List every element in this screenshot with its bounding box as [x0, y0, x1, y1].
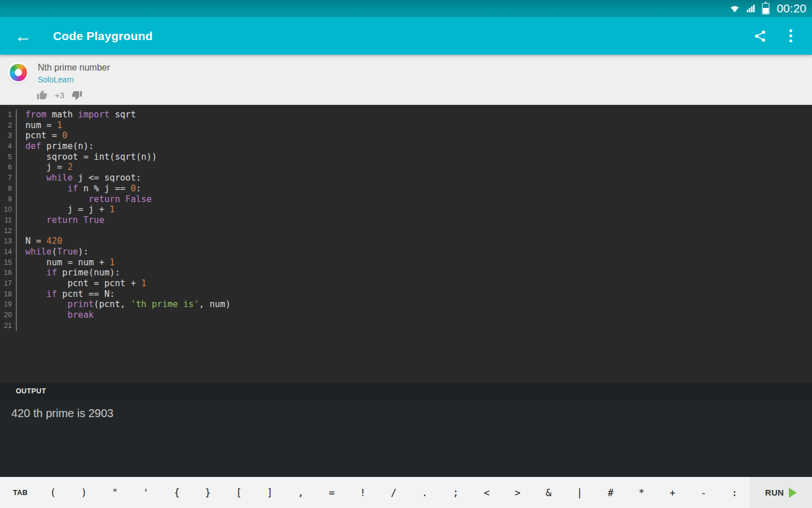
output-text: 420 th prime is 2903 — [11, 407, 812, 420]
key-)[interactable]: ) — [68, 477, 99, 508]
status-bar: 00:20 — [0, 0, 812, 17]
code-line: 4def prime(n): — [0, 141, 812, 152]
overflow-menu-button[interactable] — [779, 25, 802, 47]
code-text: if prime(num): — [17, 268, 120, 278]
screen: 00:20 ← Code Playground Nth prime number… — [0, 0, 812, 508]
upvote-button[interactable] — [37, 90, 47, 100]
run-button[interactable]: RUN — [750, 477, 812, 508]
key-<[interactable]: < — [471, 477, 502, 508]
key-,[interactable]: , — [285, 477, 316, 508]
code-text: pcnt = pcnt + 1 — [17, 278, 147, 289]
code-text: def prime(n): — [17, 141, 94, 152]
code-line: 1from math import sqrt — [0, 110, 812, 120]
code-line: 15 num = num + 1 — [0, 257, 812, 268]
author-link[interactable]: SoloLearn — [38, 75, 110, 84]
thumb-up-icon — [37, 90, 47, 100]
key-tab[interactable]: TAB — [3, 477, 37, 508]
vote-count: +3 — [55, 90, 64, 100]
output-panel: 420 th prime is 2903 — [0, 400, 812, 477]
signal-icon — [745, 3, 757, 14]
back-button[interactable]: ← — [15, 28, 41, 45]
key-"[interactable]: " — [99, 477, 130, 508]
play-icon — [789, 488, 797, 498]
key-;[interactable]: ; — [440, 477, 471, 508]
code-text: num = num + 1 — [17, 257, 115, 268]
code-text: pcnt = 0 — [17, 130, 68, 141]
key-'[interactable]: ' — [130, 477, 161, 508]
code-line: 6 j = 2 — [0, 162, 812, 173]
output-header-bar: OUTPUT — [0, 383, 812, 400]
symbol-key-row: TAB()"'{}[],=!/.;<>&|#*+-: — [0, 477, 750, 508]
line-number: 16 — [0, 268, 17, 278]
code-title: Nth prime number — [38, 63, 110, 73]
code-text: sqroot = int(sqrt(n)) — [17, 152, 157, 163]
code-line: 20 break — [0, 310, 812, 321]
page-title: Code Playground — [53, 29, 749, 43]
run-label: RUN — [765, 488, 784, 497]
code-text: break — [17, 310, 94, 321]
code-line: 9 return False — [0, 194, 812, 205]
key-+[interactable]: + — [657, 477, 688, 508]
key-*[interactable]: * — [626, 477, 657, 508]
line-number: 9 — [0, 194, 17, 205]
line-number: 5 — [0, 152, 17, 163]
wifi-icon — [729, 3, 740, 14]
key-.[interactable]: . — [409, 477, 440, 508]
key-([interactable]: ( — [37, 477, 68, 508]
code-line: 17 pcnt = pcnt + 1 — [0, 278, 812, 289]
code-editor[interactable]: 1from math import sqrt2num = 13pcnt = 04… — [0, 105, 812, 383]
code-line: 21 — [0, 321, 812, 331]
key-#[interactable]: # — [595, 477, 626, 508]
code-text — [17, 226, 25, 237]
line-number: 20 — [0, 310, 17, 321]
line-number: 11 — [0, 215, 17, 226]
downvote-button[interactable] — [72, 90, 82, 100]
line-number: 4 — [0, 141, 17, 152]
code-header: Nth prime number SoloLearn +3 — [0, 55, 812, 105]
key-&[interactable]: & — [533, 477, 564, 508]
code-line: 3pcnt = 0 — [0, 130, 812, 141]
line-number: 17 — [0, 278, 17, 289]
line-number: 7 — [0, 173, 17, 183]
key-][interactable]: ] — [254, 477, 285, 508]
line-number: 19 — [0, 299, 17, 310]
code-text: while j <= sqroot: — [17, 173, 141, 183]
thumb-down-icon — [72, 90, 82, 100]
key-}[interactable]: } — [192, 477, 223, 508]
key-/[interactable]: / — [378, 477, 409, 508]
line-number: 21 — [0, 321, 17, 331]
key--[interactable]: - — [688, 477, 719, 508]
key-{[interactable]: { — [161, 477, 192, 508]
output-label: OUTPUT — [16, 387, 46, 395]
code-line: 2num = 1 — [0, 120, 812, 131]
share-icon — [753, 29, 767, 43]
share-button[interactable] — [749, 25, 771, 47]
code-text: return False — [17, 194, 152, 205]
code-line: 11 return True — [0, 215, 812, 226]
key-[[interactable]: [ — [223, 477, 254, 508]
line-number: 6 — [0, 162, 17, 173]
key->[interactable]: > — [502, 477, 533, 508]
code-line: 5 sqroot = int(sqrt(n)) — [0, 152, 812, 163]
key-:[interactable]: : — [719, 477, 750, 508]
appbar-actions — [749, 25, 802, 47]
key-![interactable]: ! — [347, 477, 378, 508]
logo-ring-icon — [10, 64, 27, 81]
sololearn-logo[interactable] — [8, 62, 29, 83]
app-bar: ← Code Playground — [0, 17, 812, 55]
code-text: j = j + 1 — [17, 204, 115, 215]
code-line: 12 — [0, 226, 812, 237]
vote-row: +3 — [37, 90, 803, 100]
battery-icon — [762, 3, 770, 15]
code-line: 7 while j <= sqroot: — [0, 173, 812, 183]
code-text — [17, 321, 25, 331]
line-number: 14 — [0, 247, 17, 257]
line-number: 10 — [0, 204, 17, 215]
line-number: 8 — [0, 183, 17, 194]
code-text: num = 1 — [17, 120, 62, 131]
key-|[interactable]: | — [564, 477, 595, 508]
key-=[interactable]: = — [316, 477, 347, 508]
code-lines: 1from math import sqrt2num = 13pcnt = 04… — [0, 110, 812, 331]
line-number: 18 — [0, 289, 17, 300]
status-clock: 00:20 — [776, 2, 806, 15]
